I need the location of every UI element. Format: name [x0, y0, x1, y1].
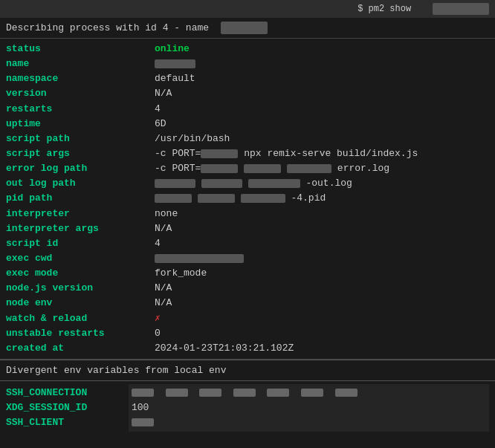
env-value-ssh-connection [132, 386, 489, 400]
value-status: online [155, 42, 190, 56]
row-namespace: namespace default [6, 71, 489, 86]
row-script-args: script args -c PORT= npx remix-serve bui… [6, 146, 489, 161]
value-watch-reload: ✗ [155, 311, 161, 326]
key-pid-path: pid path [6, 191, 155, 206]
terminal-command: $ pm2 show [358, 4, 489, 14]
value-exec-cwd [155, 251, 244, 266]
env-value-xdg-session-id: 100 [132, 400, 489, 415]
env-value-ssh-client [132, 415, 489, 430]
value-interpreter-args: N/A [155, 221, 172, 236]
key-exec-mode: exec mode [6, 266, 155, 281]
value-namespace: default [155, 71, 195, 86]
row-uptime: uptime 6D [6, 117, 489, 132]
terminal-window: $ pm2 show Describing process with id 4 … [0, 0, 495, 448]
value-restarts: 4 [155, 102, 161, 117]
key-out-log-path: out log path [6, 176, 155, 191]
env-key-ssh-client: SSH_CLIENT [6, 415, 129, 430]
process-title-text: Describing process with id 4 - name [6, 22, 209, 33]
row-interpreter-args: interpreter args N/A [6, 221, 489, 236]
value-interpreter: none [155, 207, 178, 221]
key-error-log-path: error log path [6, 161, 155, 176]
value-error-log-path: -c PORT= error.log [155, 161, 389, 176]
env-keys-column: SSH_CONNECTION XDG_SESSION_ID SSH_CLIENT [6, 384, 129, 432]
value-nodejs-version: N/A [155, 281, 172, 296]
terminal-header: $ pm2 show [0, 0, 495, 18]
value-name [155, 56, 195, 71]
key-nodejs-version: node.js version [6, 281, 155, 296]
row-exec-mode: exec mode fork_mode [6, 266, 489, 281]
key-script-id: script id [6, 236, 155, 251]
row-watch-reload: watch & reload ✗ [6, 311, 489, 326]
process-title-bar: Describing process with id 4 - name [0, 18, 495, 39]
value-script-args: -c PORT= npx remix-serve build/index.js [155, 146, 418, 161]
value-uptime: 6D [155, 117, 166, 132]
key-created-at: created at [6, 341, 155, 356]
key-uptime: uptime [6, 117, 155, 132]
env-section-header: Divergent env variables from local env [0, 360, 495, 381]
value-out-log-path: -out.log [155, 176, 352, 191]
row-restarts: restarts 4 [6, 102, 489, 117]
row-status: status online [6, 42, 489, 56]
value-exec-mode: fork_mode [155, 266, 207, 281]
key-status: status [6, 42, 155, 56]
key-node-env: node env [6, 296, 155, 311]
row-nodejs-version: node.js version N/A [6, 281, 489, 296]
row-script-id: script id 4 [6, 236, 489, 251]
row-node-env: node env N/A [6, 296, 489, 311]
row-version: version N/A [6, 86, 489, 101]
row-out-log-path: out log path -out.log [6, 176, 489, 191]
key-name: name [6, 56, 155, 71]
row-pid-path: pid path -4.pid [6, 191, 489, 206]
key-namespace: namespace [6, 71, 155, 86]
key-watch-reload: watch & reload [6, 311, 155, 326]
process-info-table: status online name namespace default ver… [0, 39, 495, 360]
value-version: N/A [155, 86, 172, 101]
row-unstable-restarts: unstable restarts 0 [6, 326, 489, 341]
key-script-path: script path [6, 132, 155, 146]
key-interpreter-args: interpreter args [6, 221, 155, 236]
value-script-id: 4 [155, 236, 161, 251]
env-key-xdg-session-id: XDG_SESSION_ID [6, 400, 129, 415]
key-restarts: restarts [6, 102, 155, 117]
value-unstable-restarts: 0 [155, 326, 161, 341]
key-version: version [6, 86, 155, 101]
row-script-path: script path /usr/bin/bash [6, 132, 489, 146]
value-created-at: 2024-01-23T21:03:21.102Z [155, 341, 294, 356]
env-table: SSH_CONNECTION XDG_SESSION_ID SSH_CLIENT… [6, 381, 489, 435]
row-name: name [6, 56, 489, 71]
env-section-title: Divergent env variables from local env [6, 365, 226, 376]
value-node-env: N/A [155, 296, 172, 311]
env-key-ssh-connection: SSH_CONNECTION [6, 386, 129, 400]
value-script-path: /usr/bin/bash [155, 132, 230, 146]
row-error-log-path: error log path -c PORT= error.log [6, 161, 489, 176]
key-interpreter: interpreter [6, 207, 155, 221]
key-unstable-restarts: unstable restarts [6, 326, 155, 341]
env-values-column: 100 [129, 384, 489, 432]
value-pid-path: -4.pid [155, 191, 326, 206]
key-exec-cwd: exec cwd [6, 251, 155, 266]
row-created-at: created at 2024-01-23T21:03:21.102Z [6, 341, 489, 356]
row-interpreter: interpreter none [6, 207, 489, 221]
key-script-args: script args [6, 146, 155, 161]
row-exec-cwd: exec cwd [6, 251, 489, 266]
